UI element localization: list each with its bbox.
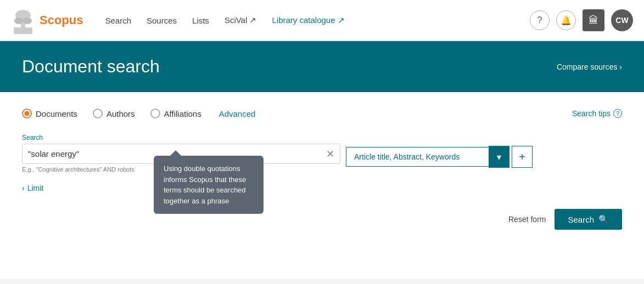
advanced-link[interactable]: Advanced bbox=[219, 109, 256, 118]
clear-search-button[interactable]: ✕ bbox=[321, 148, 340, 160]
reset-form-button[interactable]: Reset form bbox=[508, 215, 546, 224]
logo-area[interactable]: Scopus bbox=[11, 5, 83, 36]
field-select-group: Article title, Abstract, Keywords ▾ + bbox=[346, 146, 533, 168]
tooltip-box: Using double quotations informs Scopus t… bbox=[154, 156, 264, 214]
user-avatar[interactable]: CW bbox=[611, 9, 633, 31]
help-button[interactable]: ? bbox=[530, 10, 550, 30]
nav-sources[interactable]: Sources bbox=[147, 16, 177, 25]
field-dropdown-button[interactable]: ▾ bbox=[489, 146, 509, 168]
svg-point-3 bbox=[14, 18, 23, 24]
add-search-field-button[interactable]: + bbox=[512, 146, 533, 168]
tab-documents[interactable]: Documents bbox=[22, 109, 77, 118]
nav-scival[interactable]: SciVal ↗ bbox=[225, 15, 257, 25]
nav-lists[interactable]: Lists bbox=[192, 16, 209, 25]
main-nav: Search Sources Lists SciVal ↗ Library ca… bbox=[105, 15, 530, 25]
tab-affiliations-label: Affiliations bbox=[164, 109, 201, 118]
bell-icon: 🔔 bbox=[561, 15, 572, 26]
notifications-button[interactable]: 🔔 bbox=[556, 10, 576, 30]
institution-icon: 🏛 bbox=[589, 15, 598, 26]
radio-affiliations[interactable] bbox=[150, 109, 160, 118]
scopus-logo-text: Scopus bbox=[40, 13, 83, 27]
tooltip-text: Using double quotations informs Scopus t… bbox=[164, 164, 246, 205]
tab-documents-label: Documents bbox=[36, 109, 77, 118]
search-field-label: Search bbox=[22, 134, 340, 141]
search-button-icon: 🔍 bbox=[598, 214, 609, 224]
avatar-initials: CW bbox=[615, 16, 628, 25]
search-tips-link[interactable]: Search tips ? bbox=[572, 109, 622, 118]
question-mark-icon: ? bbox=[537, 15, 542, 25]
search-tips-label: Search tips bbox=[572, 109, 611, 118]
svg-point-4 bbox=[23, 18, 32, 24]
compare-sources-link[interactable]: Compare sources › bbox=[557, 63, 622, 71]
tooltip-arrow-icon bbox=[170, 150, 181, 156]
tab-affiliations[interactable]: Affiliations bbox=[150, 109, 201, 118]
page-title: Document search bbox=[22, 56, 160, 77]
search-row: Search ✕ E.g., "Cognitive architectures"… bbox=[22, 134, 622, 173]
limit-label: Limit bbox=[27, 184, 44, 192]
search-tooltip: Using double quotations informs Scopus t… bbox=[154, 156, 264, 214]
chevron-down-icon: ▾ bbox=[497, 152, 501, 162]
search-submit-button[interactable]: Search 🔍 bbox=[555, 209, 622, 230]
svg-rect-0 bbox=[14, 27, 32, 34]
search-button-label: Search bbox=[568, 215, 594, 224]
radio-authors[interactable] bbox=[93, 109, 103, 118]
institution-button[interactable]: 🏛 bbox=[583, 9, 604, 31]
limit-button[interactable]: › Limit bbox=[22, 184, 43, 192]
header-icons: ? 🔔 🏛 CW bbox=[530, 9, 633, 31]
search-area: Documents Authors Affiliations Advanced … bbox=[0, 92, 644, 279]
nav-library-catalogue[interactable]: Library catalogue ↗ bbox=[272, 15, 344, 25]
radio-documents[interactable] bbox=[22, 109, 32, 118]
tab-authors-label: Authors bbox=[107, 109, 135, 118]
plus-icon: + bbox=[519, 151, 525, 163]
hero-banner: Document search Compare sources › bbox=[0, 41, 644, 92]
nav-search[interactable]: Search bbox=[105, 16, 131, 25]
chevron-right-icon: › bbox=[22, 184, 25, 192]
tab-authors[interactable]: Authors bbox=[93, 109, 135, 118]
search-input-group: Search ✕ E.g., "Cognitive architectures"… bbox=[22, 134, 340, 173]
elsevier-logo-icon bbox=[11, 5, 35, 36]
field-display-label: Article title, Abstract, Keywords bbox=[346, 147, 489, 167]
limit-section: › Limit bbox=[22, 184, 622, 192]
bottom-actions: Reset form Search 🔍 bbox=[22, 209, 622, 230]
header: Scopus Search Sources Lists SciVal ↗ Lib… bbox=[0, 0, 644, 41]
search-tips-icon: ? bbox=[613, 109, 622, 118]
search-type-tabs: Documents Authors Affiliations Advanced … bbox=[22, 109, 622, 118]
